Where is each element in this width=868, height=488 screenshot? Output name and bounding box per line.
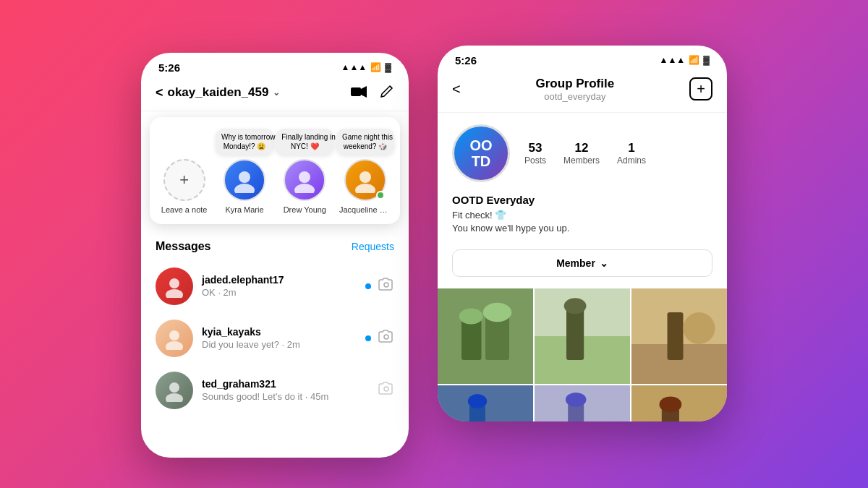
nav-right-icons [351, 84, 394, 102]
svg-point-20 [459, 308, 483, 324]
posts-label: Posts [524, 155, 546, 166]
group-name: OOTD Everyday [452, 194, 712, 206]
drew-avatar [284, 159, 326, 201]
photo-cell-2[interactable] [535, 288, 630, 384]
nav-bar-left: < okay_kaiden_459 ⌄ [141, 78, 409, 111]
svg-rect-19 [485, 316, 509, 360]
plus-icon: + [179, 171, 189, 189]
msg-avatar-1 [156, 267, 193, 305]
compose-icon[interactable] [380, 84, 394, 102]
group-add-icon[interactable]: + [689, 77, 712, 100]
svg-marker-1 [361, 86, 367, 98]
photo-cell-1[interactable] [438, 288, 533, 384]
msg-avatar-2 [156, 320, 193, 357]
jacqueline-note[interactable]: Game night thisweekend? 🎲 Jacqueline Lam [339, 159, 391, 214]
battery-icon: ▓ [385, 62, 391, 72]
group-nav-subtitle: ootd_everyday [536, 91, 615, 102]
group-bio-line1: Fit check! 👕 [452, 210, 506, 221]
video-call-icon[interactable] [351, 85, 367, 101]
msg-actions-3 [378, 382, 394, 398]
msg-preview-1: OK · 2m [202, 287, 357, 298]
msg-preview-2: Did you leave yet? · 2m [202, 339, 357, 350]
time-left: 5:26 [158, 61, 180, 74]
left-phone: 5:26 ▲▲▲ 📶 ▓ < okay_kaiden_459 ⌄ [141, 53, 409, 458]
msg-info-1: jaded.elephant17 OK · 2m [202, 274, 357, 298]
group-avatar: OOTD [452, 124, 510, 182]
group-bio-line2: You know we'll hype you up. [452, 223, 569, 234]
stat-posts: 53 Posts [524, 141, 546, 166]
message-item-3[interactable]: ted_graham321 Sounds good! Let's do it ·… [153, 364, 397, 416]
kyra-avatar-wrap: Why is tomorrowMonday!? 😩 [224, 159, 265, 201]
svg-point-5 [294, 184, 315, 193]
photo-grid [438, 288, 727, 421]
messages-title: Messages [156, 240, 211, 253]
camera-icon-2[interactable] [378, 330, 394, 346]
time-right: 5:26 [455, 54, 477, 67]
status-icons-right: ▲▲▲ 📶 ▓ [660, 55, 710, 65]
group-back-icon[interactable]: < [452, 81, 461, 98]
wifi-icon-right: 📶 [689, 55, 699, 65]
group-profile-section: OOTD 53 Posts 12 Members 1 Admins [438, 113, 727, 194]
messages-section-header: Messages Requests [141, 230, 409, 260]
msg-username-3: ted_graham321 [202, 378, 370, 390]
photo-cell-4[interactable] [438, 385, 533, 421]
msg-info-2: kyia_kayaks Did you leave yet? · 2m [202, 326, 357, 350]
camera-icon-1[interactable] [378, 278, 394, 294]
svg-point-41 [660, 396, 682, 412]
msg-info-3: ted_graham321 Sounds good! Let's do it ·… [202, 378, 370, 402]
svg-point-4 [299, 171, 310, 183]
camera-icon-3[interactable] [378, 382, 394, 398]
leave-note-item[interactable]: + Leave a note [158, 159, 210, 214]
msg-username-1: jaded.elephant17 [202, 274, 357, 286]
photo-cell-3[interactable] [631, 288, 727, 384]
add-note-avatar[interactable]: + [163, 159, 205, 201]
drew-label: Drew Young [279, 205, 331, 214]
svg-point-21 [483, 303, 512, 322]
svg-rect-0 [351, 87, 361, 96]
requests-link[interactable]: Requests [352, 241, 394, 252]
svg-point-8 [169, 278, 179, 288]
members-count: 12 [563, 141, 600, 155]
notes-section: + Leave a note Why is tomorrowMonday!? 😩… [150, 117, 400, 224]
wifi-icon: 📶 [370, 62, 381, 72]
photo-cell-5[interactable] [535, 385, 630, 421]
msg-actions-2 [365, 330, 394, 346]
stat-admins: 1 Admins [617, 141, 646, 166]
group-info: OOTD Everyday Fit check! 👕 You know we'l… [438, 194, 727, 244]
admins-label: Admins [617, 155, 646, 166]
stat-members: 12 Members [563, 141, 600, 166]
message-list: jaded.elephant17 OK · 2m kyia_kayaks [141, 260, 409, 416]
msg-preview-3: Sounds good! Let's do it · 45m [202, 391, 370, 402]
jacqueline-label: Jacqueline Lam [339, 205, 391, 214]
svg-point-15 [166, 393, 183, 402]
unread-dot-2 [365, 335, 371, 341]
battery-icon-right: ▓ [703, 55, 710, 65]
drew-young-note[interactable]: Finally landing inNYC! ❤️ Drew Young [279, 159, 331, 214]
message-item-1[interactable]: jaded.elephant17 OK · 2m [153, 260, 397, 312]
member-button[interactable]: Member ⌄ [452, 249, 712, 277]
svg-point-29 [684, 312, 715, 344]
svg-point-33 [468, 394, 487, 408]
svg-point-9 [166, 289, 183, 298]
members-label: Members [563, 155, 600, 166]
leave-note-label: Leave a note [158, 205, 210, 214]
status-bar-right: 5:26 ▲▲▲ 📶 ▓ [438, 46, 727, 71]
posts-count: 53 [524, 141, 546, 155]
status-bar-left: 5:26 ▲▲▲ 📶 ▓ [141, 53, 409, 78]
status-icons-left: ▲▲▲ 📶 ▓ [341, 62, 391, 72]
back-chevron-icon[interactable]: < [156, 85, 163, 100]
svg-rect-18 [461, 320, 482, 360]
message-item-2[interactable]: kyia_kayaks Did you leave yet? · 2m [153, 312, 397, 364]
msg-actions-1 [365, 278, 394, 294]
svg-point-25 [564, 298, 587, 314]
leave-note-avatar-wrap: + [163, 159, 205, 201]
photo-cell-6[interactable] [631, 385, 727, 421]
nav-left[interactable]: < okay_kaiden_459 ⌄ [156, 85, 280, 100]
group-nav-center: Group Profile ootd_everyday [536, 77, 615, 102]
svg-rect-24 [566, 308, 584, 360]
kyra-avatar [224, 159, 265, 201]
admins-count: 1 [617, 141, 646, 155]
kyra-marie-note[interactable]: Why is tomorrowMonday!? 😩 Kyra Marie [218, 159, 270, 214]
nav-dropdown-icon[interactable]: ⌄ [273, 87, 280, 98]
signal-icon: ▲▲▲ [341, 62, 367, 72]
